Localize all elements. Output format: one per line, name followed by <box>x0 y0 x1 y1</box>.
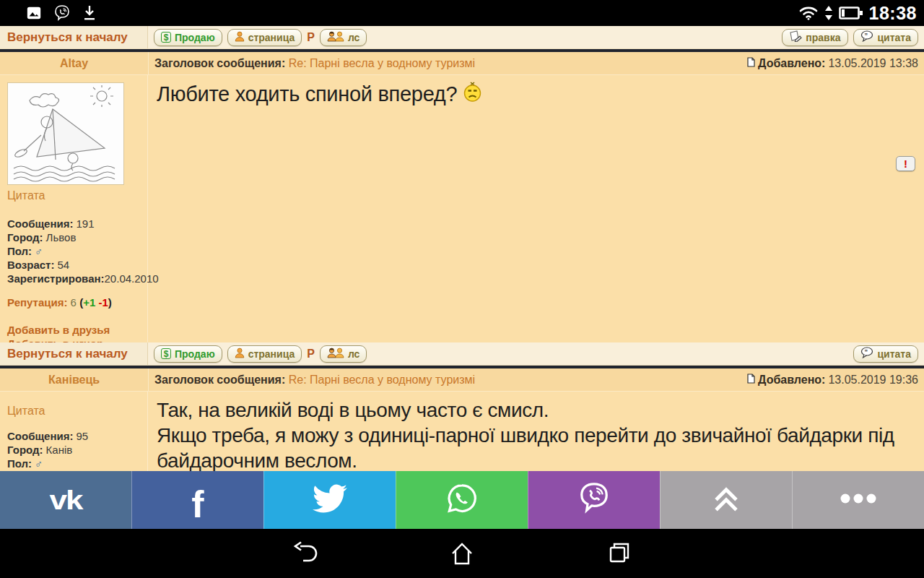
toolbar-buttons: $ Продаю страница Р лс <box>154 345 367 363</box>
social-share-bar: vk f <box>0 471 924 529</box>
post1-subject: Заголовок сообщения: Re: Парні весла у в… <box>154 57 475 70</box>
avatar <box>7 82 124 185</box>
stat-age: Возраст:54 <box>7 258 140 272</box>
private-message-button[interactable]: лс <box>320 29 367 46</box>
wifi-icon <box>798 4 819 22</box>
toolbar-middle: Вернуться к началу $ Продаю страница Р л… <box>0 342 924 366</box>
viber-icon <box>53 4 71 22</box>
profile-page-button[interactable]: страница <box>227 345 302 363</box>
post2-userinfo: Цитата Сообщения:95 Город:Канів Пол:♂ <box>0 392 148 471</box>
twitter-share-button[interactable] <box>263 471 396 529</box>
home-button[interactable] <box>448 540 476 567</box>
status-clock: 18:38 <box>869 3 917 24</box>
android-nav-bar <box>0 529 924 578</box>
post1-header: Altay Заголовок сообщения: Re: Парні вес… <box>0 52 924 75</box>
stat-messages: Сообщения:95 <box>7 429 140 443</box>
post1-userinfo: Цитата Сообщения:191 Город:Львов Пол:♂ В… <box>0 75 148 342</box>
sell-button[interactable]: $ Продаю <box>154 345 222 363</box>
vk-icon: vk <box>50 485 82 516</box>
stat-messages: Сообщения:191 <box>7 217 140 230</box>
person-icon <box>235 31 245 44</box>
toolbar-buttons: $ Продаю страница Р лс <box>154 29 367 46</box>
page-icon <box>747 374 755 387</box>
battery-icon <box>839 5 863 21</box>
post1-added: Добавлено: 13.05.2019 13:38 <box>747 57 918 70</box>
confused-smiley-icon <box>463 81 482 108</box>
two-persons-icon <box>327 31 344 44</box>
back-to-top-cell: Вернуться к началу <box>0 26 148 48</box>
male-icon: ♂ <box>35 245 43 257</box>
gallery-icon <box>26 5 42 21</box>
download-icon <box>82 5 97 21</box>
chevron-double-up-icon <box>710 483 742 517</box>
ellipsis-icon <box>837 491 880 509</box>
twitter-icon <box>313 484 347 516</box>
male-icon: ♂ <box>35 457 43 470</box>
add-ignore-link[interactable]: Добавить в игнор <box>7 337 140 342</box>
vk-share-button[interactable]: vk <box>0 471 131 529</box>
post1-author[interactable]: Altay <box>0 57 148 70</box>
post2-added: Добавлено: 13.05.2019 19:36 <box>747 374 918 387</box>
quote-user-link[interactable]: Цитата <box>7 189 45 202</box>
dollar-icon: $ <box>161 348 171 359</box>
back-to-top-link[interactable]: Вернуться к началу <box>7 347 128 361</box>
post2-message: Так, на великій воді в цьому часто є сми… <box>157 397 915 471</box>
quote-post-button[interactable]: ” цитата <box>853 345 919 363</box>
user-action-links: Добавить в друзья Добавить в игнор <box>7 323 140 342</box>
facebook-share-button[interactable]: f <box>131 471 263 529</box>
page-icon <box>747 57 755 70</box>
svg-text:”: ” <box>864 32 868 39</box>
reputation-row: Репутация: 6 (+1 -1) <box>7 296 140 309</box>
recents-button[interactable] <box>606 540 633 567</box>
toolbar-right-buttons: ” цитата <box>853 345 919 363</box>
quote-user-link[interactable]: Цитата <box>7 405 45 418</box>
two-persons-icon <box>327 348 344 361</box>
edit-icon <box>789 30 802 44</box>
quote-icon: ” <box>860 30 874 44</box>
stat-city: Город:Канів <box>7 443 140 457</box>
person-icon <box>235 348 245 361</box>
back-to-top-cell: Вернуться к началу <box>0 342 148 365</box>
post1-body: Цитата Сообщения:191 Город:Львов Пол:♂ В… <box>0 75 924 342</box>
post1-content: Любите ходить спиной вперед? ! <box>148 75 924 342</box>
post2-author[interactable]: Канівець <box>0 374 148 387</box>
dollar-icon: $ <box>161 32 171 43</box>
toolbar-top: Вернуться к началу $ Продаю страница Р л… <box>0 26 924 49</box>
svg-text:”: ” <box>864 348 868 355</box>
toolbar-right-buttons: правка ” цитата <box>782 29 918 46</box>
more-share-button[interactable] <box>792 471 924 529</box>
whatsapp-icon <box>445 482 479 518</box>
status-icons-left <box>26 4 97 22</box>
profile-page-button[interactable]: страница <box>227 29 302 46</box>
edit-post-button[interactable]: правка <box>782 29 847 46</box>
add-friend-link[interactable]: Добавить в друзья <box>7 323 140 337</box>
p-link[interactable]: Р <box>307 348 315 361</box>
private-message-button[interactable]: лс <box>320 345 367 363</box>
back-to-top-link[interactable]: Вернуться к началу <box>7 30 128 45</box>
post2-stats: Сообщения:95 Город:Канів Пол:♂ <box>7 429 140 470</box>
whatsapp-share-button[interactable] <box>396 471 528 529</box>
post1-stats: Сообщения:191 Город:Львов Пол:♂ Возраст:… <box>7 217 140 285</box>
quote-icon: ” <box>860 347 874 361</box>
back-button[interactable] <box>291 540 318 567</box>
stat-gender: Пол:♂ <box>7 457 140 470</box>
quote-post-button[interactable]: ” цитата <box>853 29 919 46</box>
viber-share-button[interactable] <box>528 471 660 529</box>
status-icons-right: 18:38 <box>798 3 917 24</box>
sell-button[interactable]: $ Продаю <box>154 29 222 46</box>
stat-city: Город:Львов <box>7 230 140 244</box>
post1-message: Любите ходить спиной вперед? <box>157 81 915 108</box>
data-arrows-icon <box>824 4 833 22</box>
post2-header: Канівець Заголовок сообщения: Re: Парні … <box>0 368 924 392</box>
stat-registered: Зарегистрирован:20.04.2010 <box>7 272 140 285</box>
stat-gender: Пол:♂ <box>7 244 140 258</box>
post2-content: Так, на великій воді в цьому часто є сми… <box>148 392 924 471</box>
forum-screen: 18:38 Вернуться к началу $ Продаю страни… <box>0 0 924 578</box>
p-link[interactable]: Р <box>307 31 315 44</box>
report-post-button[interactable]: ! <box>896 156 915 171</box>
facebook-icon: f <box>191 483 204 526</box>
viber-icon <box>578 481 611 519</box>
post2-subject: Заголовок сообщения: Re: Парні весла у в… <box>154 374 475 387</box>
scroll-to-top-button[interactable] <box>660 471 792 529</box>
android-status-bar: 18:38 <box>0 0 924 26</box>
